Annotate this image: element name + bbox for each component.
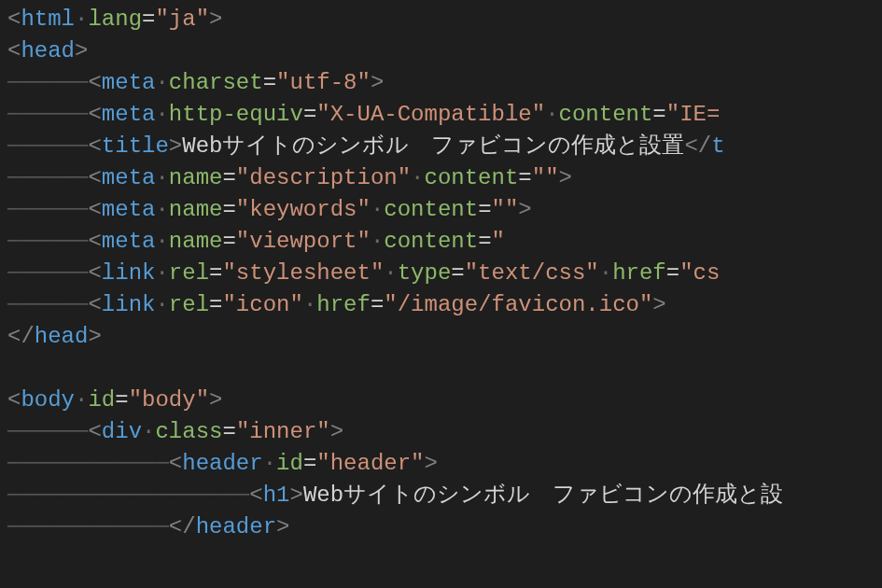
token-tag: div: [102, 416, 142, 449]
indent: ──────: [7, 131, 88, 163]
token-dot: ·: [303, 289, 316, 322]
token-tag: html: [21, 4, 75, 36]
token-eq: =: [222, 194, 235, 227]
code-line[interactable]: ──────<meta·name="keywords"·content="">: [7, 194, 875, 226]
code-line[interactable]: <body·id="body">: [7, 385, 875, 416]
code-line[interactable]: ──────<meta·http-equiv="X-UA-Compatible"…: [7, 99, 875, 131]
code-line[interactable]: ────────────<header·id="header">: [7, 448, 875, 480]
token-str: "inner": [236, 416, 330, 449]
token-dot: ·: [599, 258, 612, 290]
token-attr-green: type: [398, 258, 452, 290]
code-line[interactable]: <html·lang="ja">: [7, 4, 875, 35]
token-tag: meta: [102, 67, 156, 100]
token-attr-green: content: [559, 99, 653, 132]
token-txt: Webサイトのシンボル ファビコンの作成と設置: [182, 131, 684, 163]
token-attr-green: id: [276, 448, 303, 481]
token-dot: ·: [545, 99, 558, 132]
token-eq: =: [222, 162, 235, 195]
code-line[interactable]: ──────<meta·name="description"·content="…: [7, 162, 875, 194]
code-line[interactable]: ──────────────────<h1>Webサイトのシンボル ファビコンの…: [7, 480, 875, 511]
token-bracket: >: [652, 289, 665, 322]
token-dot: ·: [155, 289, 168, 322]
token-dot: ·: [155, 162, 168, 195]
token-dot: ·: [411, 162, 424, 195]
token-eq: =: [142, 4, 155, 36]
token-bracket: <: [249, 480, 262, 512]
code-line[interactable]: </head>: [7, 321, 875, 353]
code-editor[interactable]: <html·lang="ja"><head>──────<meta·charse…: [0, 0, 882, 547]
indent: ────────────: [7, 448, 169, 481]
token-dot: ·: [155, 67, 168, 100]
token-bracket: <: [88, 194, 101, 227]
code-line[interactable]: <head>: [7, 35, 875, 67]
token-str: "stylesheet": [222, 258, 384, 290]
token-dot: ·: [75, 385, 88, 417]
token-str: "header": [316, 448, 424, 481]
code-line[interactable]: [7, 353, 875, 385]
indent: ──────: [7, 416, 88, 449]
token-eq: =: [222, 416, 235, 449]
token-bracket: <: [88, 162, 101, 195]
token-bracket: </: [7, 321, 35, 354]
token-tag: head: [21, 35, 75, 68]
token-tag: meta: [102, 99, 156, 132]
code-line[interactable]: ────────────</header>: [7, 511, 875, 543]
code-line[interactable]: ──────<meta·charset="utf-8">: [7, 67, 875, 99]
token-eq: =: [209, 258, 222, 290]
token-bracket: >: [75, 35, 88, 68]
token-str: "text/css": [465, 258, 599, 290]
token-bracket: >: [88, 321, 101, 354]
token-eq: =: [222, 226, 235, 259]
indent: ──────: [7, 289, 88, 322]
token-attr-green: id: [88, 385, 115, 417]
token-dot: ·: [371, 194, 384, 227]
token-attr-green: name: [169, 162, 223, 195]
code-line[interactable]: ──────<div·class="inner">: [7, 416, 875, 448]
token-attr-green: content: [425, 162, 519, 195]
token-tag: meta: [102, 162, 156, 195]
token-attr-green: href: [316, 289, 371, 322]
token-eq: =: [303, 448, 316, 481]
token-tag: link: [102, 289, 156, 322]
token-str: "": [532, 162, 559, 195]
code-line[interactable]: ──────<meta·name="viewport"·content=": [7, 226, 875, 258]
code-line[interactable]: ──────<title>Webサイトのシンボル ファビコンの作成と設置</t: [7, 131, 875, 162]
indent: ──────: [7, 194, 88, 227]
token-bracket: >: [518, 194, 531, 227]
token-eq: =: [478, 226, 491, 259]
token-eq: =: [518, 162, 531, 195]
indent: ──────: [7, 67, 88, 100]
token-bracket: <: [7, 385, 21, 417]
token-str: ": [492, 226, 505, 259]
token-eq: =: [371, 289, 384, 322]
token-str: "IE=: [666, 99, 721, 132]
token-dot: ·: [371, 226, 384, 259]
code-line[interactable]: ──────<link·rel="icon"·href="/image/favi…: [7, 289, 875, 321]
token-str: "/image/favicon.ico": [384, 289, 652, 322]
token-bracket: <: [169, 448, 182, 481]
indent: ──────: [7, 258, 88, 290]
token-eq: =: [666, 258, 679, 290]
token-attr-green: content: [384, 194, 478, 227]
token-bracket: >: [559, 162, 572, 195]
token-bracket: >: [425, 448, 438, 481]
token-bracket: >: [209, 385, 222, 417]
token-bracket: <: [88, 258, 101, 290]
token-tag: h1: [263, 480, 290, 512]
token-attr-green: name: [169, 226, 223, 259]
token-tag: head: [35, 321, 89, 354]
token-attr-green: class: [155, 416, 222, 449]
indent: ──────────────────: [7, 480, 249, 512]
token-str: "ja": [155, 4, 209, 36]
token-tag: header: [182, 448, 262, 481]
code-line[interactable]: ──────<link·rel="stylesheet"·type="text/…: [7, 258, 875, 289]
token-str: "X-UA-Compatible": [316, 99, 545, 132]
token-bracket: <: [88, 226, 101, 259]
token-bracket: <: [7, 35, 21, 68]
token-bracket: >: [289, 480, 302, 512]
token-tag: link: [102, 258, 156, 290]
token-dot: ·: [155, 194, 168, 227]
token-dot: ·: [263, 448, 276, 481]
token-attr-green: href: [612, 258, 666, 290]
token-str: "description": [236, 162, 411, 195]
